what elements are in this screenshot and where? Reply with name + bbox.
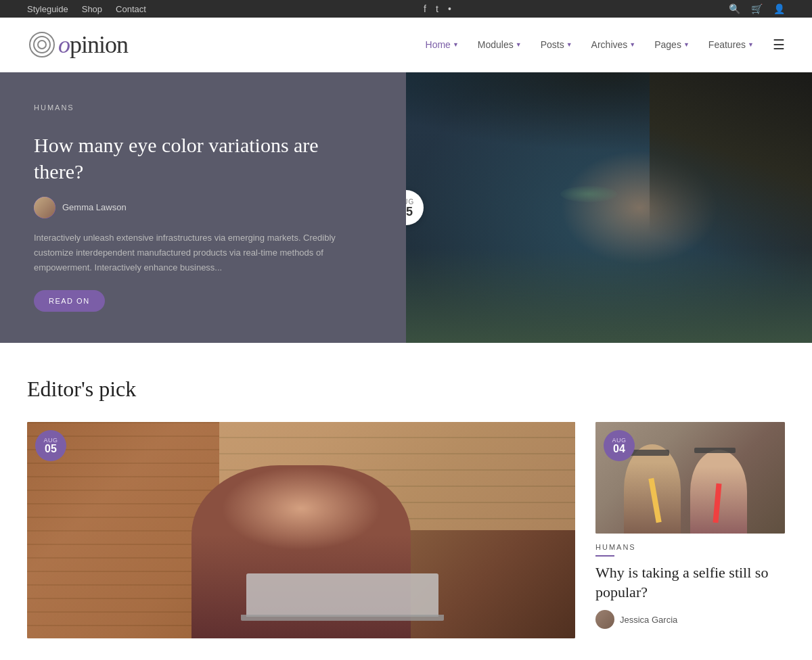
sidebar-divider	[595, 555, 614, 557]
editors-grid: AUG 05	[27, 422, 785, 638]
sidebar-article-date-badge: AUG 04	[604, 430, 635, 461]
hero-photo	[406, 72, 812, 343]
editors-main-image	[27, 422, 575, 638]
editors-sidebar-article[interactable]: AUG 04 HUMANS Why is taking a selfie sti…	[595, 422, 785, 629]
hero-author: Gemma Lawson	[34, 197, 372, 218]
home-dropdown-arrow: ▼	[453, 41, 459, 48]
hero-title: How many eye color variations are there?	[34, 132, 372, 185]
features-dropdown-arrow: ▼	[748, 41, 754, 48]
site-logo[interactable]: opinion	[27, 30, 128, 60]
hero-category: HUMANS	[34, 103, 372, 112]
site-header: opinion Home ▼ Modules ▼ Posts ▼ Archive…	[0, 18, 812, 72]
nav-archives[interactable]: Archives ▼	[591, 39, 636, 50]
user-icon[interactable]: 👤	[773, 3, 785, 14]
sidebar-author-avatar	[595, 610, 614, 629]
nav-home[interactable]: Home ▼	[426, 39, 459, 50]
nav-shop[interactable]: Shop	[82, 4, 102, 14]
editors-main-article[interactable]: AUG 05	[27, 422, 575, 638]
search-icon[interactable]: 🔍	[729, 3, 740, 14]
main-navigation: Home ▼ Modules ▼ Posts ▼ Archives ▼ Page…	[426, 37, 785, 53]
sidebar-author: Jessica Garcia	[595, 610, 785, 629]
posts-dropdown-arrow: ▼	[566, 41, 572, 48]
editors-pick-section: Editor's pick	[0, 343, 812, 660]
archives-dropdown-arrow: ▼	[629, 41, 635, 48]
editors-pick-title: Editor's pick	[27, 377, 785, 402]
hero-content: HUMANS How many eye color variations are…	[0, 72, 406, 343]
svg-point-2	[38, 41, 46, 49]
nav-contact[interactable]: Contact	[116, 4, 146, 14]
utility-icons: 🔍 🛒 👤	[729, 3, 785, 14]
top-bar: Styleguide Shop Contact f t • 🔍 🛒 👤	[0, 0, 812, 18]
nav-posts[interactable]: Posts ▼	[541, 39, 572, 50]
svg-point-1	[34, 37, 50, 53]
instagram-icon[interactable]: •	[448, 3, 451, 14]
hero-section: HUMANS How many eye color variations are…	[0, 72, 812, 343]
read-on-button[interactable]: READ ON	[34, 290, 105, 312]
hero-excerpt: Interactively unleash extensive infrastr…	[34, 231, 372, 275]
nav-styleguide[interactable]: Styleguide	[27, 4, 68, 14]
twitter-icon[interactable]: t	[436, 3, 438, 14]
facebook-icon[interactable]: f	[424, 3, 426, 14]
nav-features[interactable]: Features ▼	[708, 39, 754, 50]
nav-pages[interactable]: Pages ▼	[654, 39, 690, 50]
hero-author-name: Gemma Lawson	[62, 202, 127, 212]
top-bar-nav: Styleguide Shop Contact	[27, 4, 146, 14]
hero-image: AUG 05	[406, 72, 812, 343]
sidebar-category: HUMANS	[595, 543, 785, 551]
sidebar-article-title: Why is taking a selfie still so popular?	[595, 563, 785, 602]
pages-dropdown-arrow: ▼	[683, 41, 690, 48]
nav-modules[interactable]: Modules ▼	[478, 39, 522, 50]
sidebar-author-name: Jessica Garcia	[620, 615, 677, 625]
modules-dropdown-arrow: ▼	[516, 41, 522, 48]
hamburger-menu[interactable]: ☰	[773, 37, 785, 53]
main-article-date-badge: AUG 05	[35, 430, 66, 461]
logo-text: opinion	[58, 30, 128, 59]
social-links: f t •	[424, 3, 451, 14]
hero-author-avatar	[34, 197, 55, 218]
cart-icon[interactable]: 🛒	[751, 3, 763, 14]
